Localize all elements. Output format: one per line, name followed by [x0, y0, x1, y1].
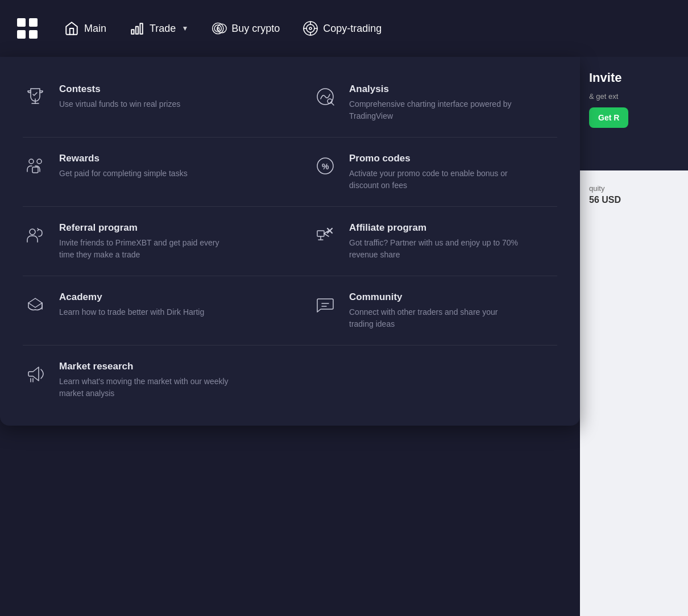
- dropdown-item-promo-codes[interactable]: % Promo codes Activate your promo code t…: [290, 140, 580, 204]
- svg-point-13: [309, 27, 312, 30]
- svg-rect-6: [140, 23, 142, 34]
- invite-subtitle: & get ext: [589, 92, 679, 101]
- nav-item-trade[interactable]: Trade ▼: [120, 15, 197, 42]
- affiliate-icon: [313, 223, 338, 248]
- divider-1: [23, 137, 557, 138]
- equity-section: quity 56 USD: [580, 175, 688, 214]
- referral-text: Referral program Invite friends to Prime…: [59, 222, 230, 261]
- app-logo[interactable]: [14, 15, 41, 42]
- dropdown-item-affiliate[interactable]: Affiliate program Got traffic? Partner w…: [290, 209, 580, 273]
- copy-trading-icon: [302, 20, 318, 36]
- academy-text: Academy Learn how to trade better with D…: [59, 291, 204, 318]
- dropdown-item-contests[interactable]: Contests Use virtual funds to win real p…: [0, 70, 290, 135]
- promo-codes-title: Promo codes: [349, 152, 520, 165]
- referral-icon: [23, 223, 48, 248]
- analysis-text: Analysis Comprehensive charting interfac…: [349, 83, 520, 122]
- contests-text: Contests Use virtual funds to win real p…: [59, 83, 180, 110]
- dropdown-item-market-research[interactable]: Market research Learn what's moving the …: [0, 348, 290, 412]
- dropdown-item-community[interactable]: Community Connect with other traders and…: [290, 278, 580, 343]
- svg-rect-25: [32, 167, 38, 173]
- top-navigation: Main Trade ▼ B Buy crypto: [0, 0, 688, 57]
- community-desc: Connect with other traders and share you…: [349, 306, 520, 330]
- svg-rect-31: [317, 231, 324, 236]
- community-icon: [313, 292, 338, 317]
- nav-item-copy-trading[interactable]: Copy-trading: [293, 15, 391, 42]
- svg-point-23: [29, 159, 34, 164]
- analysis-title: Analysis: [349, 83, 520, 95]
- referral-title: Referral program: [59, 222, 230, 234]
- svg-rect-0: [17, 18, 26, 27]
- svg-text:%: %: [322, 162, 329, 171]
- buy-crypto-icon: B: [211, 20, 227, 36]
- nav-label-buy-crypto: Buy crypto: [231, 23, 280, 35]
- promo-codes-text: Promo codes Activate your promo code to …: [349, 152, 520, 192]
- right-panel: drawal limit Invite & get ext Get R quit…: [580, 0, 688, 616]
- dropdown-item-academy[interactable]: Academy Learn how to trade better with D…: [0, 278, 290, 343]
- affiliate-text: Affiliate program Got traffic? Partner w…: [349, 222, 520, 261]
- analysis-desc: Comprehensive charting interface powered…: [349, 98, 520, 122]
- community-title: Community: [349, 291, 520, 303]
- rewards-title: Rewards: [59, 152, 188, 165]
- trade-dropdown-menu: Contests Use virtual funds to win real p…: [0, 57, 580, 426]
- academy-desc: Learn how to trade better with Dirk Hart…: [59, 306, 204, 318]
- divider-3: [23, 276, 557, 276]
- community-text: Community Connect with other traders and…: [349, 291, 520, 330]
- invite-title: Invite: [589, 70, 679, 85]
- promo-codes-desc: Activate your promo code to enable bonus…: [349, 168, 520, 192]
- invite-button[interactable]: Get R: [589, 107, 628, 128]
- analysis-icon: [313, 84, 338, 109]
- nav-label-main: Main: [84, 23, 106, 35]
- trade-icon: [129, 20, 145, 36]
- dropdown-item-rewards[interactable]: Rewards Get paid for completing simple t…: [0, 140, 290, 204]
- svg-rect-1: [29, 18, 38, 27]
- nav-label-copy-trading: Copy-trading: [323, 23, 382, 35]
- market-research-text: Market research Learn what's moving the …: [59, 360, 230, 399]
- rewards-desc: Get paid for completing simple tasks: [59, 168, 188, 180]
- svg-line-22: [331, 103, 334, 105]
- svg-rect-5: [136, 27, 138, 34]
- promo-icon: %: [313, 153, 338, 178]
- svg-rect-3: [29, 30, 38, 39]
- contests-desc: Use virtual funds to win real prizes: [59, 98, 180, 110]
- academy-icon: [23, 292, 48, 317]
- equity-value: 56 USD: [589, 195, 679, 205]
- svg-rect-4: [131, 30, 134, 34]
- divider-2: [23, 206, 557, 207]
- divider-4: [23, 345, 557, 346]
- market-research-title: Market research: [59, 360, 230, 373]
- svg-point-12: [306, 24, 314, 32]
- home-icon: [64, 20, 80, 36]
- svg-rect-2: [17, 30, 26, 39]
- trophy-icon: [23, 84, 48, 109]
- nav-item-main[interactable]: Main: [55, 15, 115, 42]
- svg-point-24: [37, 159, 42, 164]
- contests-title: Contests: [59, 83, 180, 95]
- dropdown-item-referral[interactable]: Referral program Invite friends to Prime…: [0, 209, 290, 273]
- academy-title: Academy: [59, 291, 204, 303]
- svg-point-28: [30, 229, 35, 235]
- megaphone-icon: [23, 361, 48, 386]
- equity-label: quity: [589, 184, 679, 193]
- nav-label-trade: Trade: [150, 23, 176, 35]
- invite-card: Invite & get ext Get R: [580, 57, 688, 170]
- referral-desc: Invite friends to PrimeXBT and get paid …: [59, 237, 230, 261]
- affiliate-desc: Got traffic? Partner with us and enjoy u…: [349, 237, 520, 261]
- svg-line-33: [324, 234, 329, 236]
- nav-item-buy-crypto[interactable]: B Buy crypto: [202, 15, 289, 42]
- affiliate-title: Affiliate program: [349, 222, 520, 234]
- chevron-down-icon: ▼: [181, 24, 188, 32]
- svg-line-30: [38, 230, 39, 231]
- dropdown-item-analysis[interactable]: Analysis Comprehensive charting interfac…: [290, 70, 580, 135]
- rewards-icon: [23, 153, 48, 178]
- dropdown-grid: Contests Use virtual funds to win real p…: [0, 70, 580, 412]
- rewards-text: Rewards Get paid for completing simple t…: [59, 152, 188, 180]
- market-research-desc: Learn what's moving the market with our …: [59, 376, 230, 399]
